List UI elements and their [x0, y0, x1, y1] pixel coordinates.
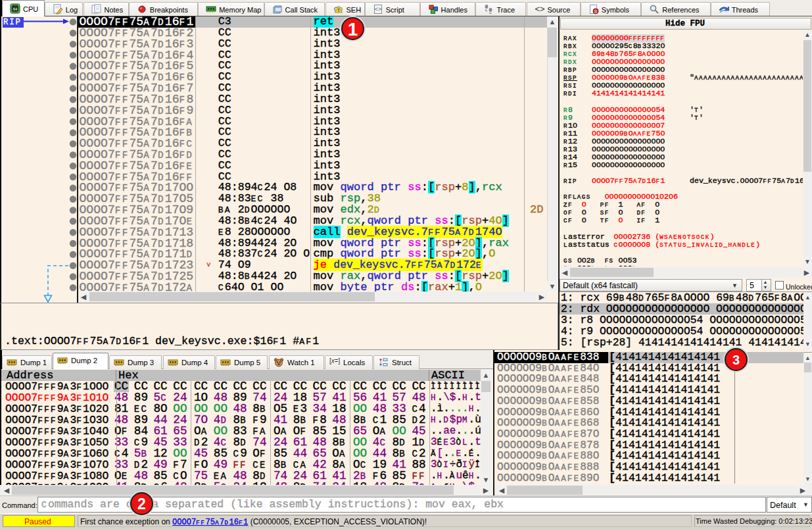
svg-text:<>: <> [374, 7, 381, 13]
svg-text:!: ! [337, 7, 339, 13]
svg-text:S: S [594, 9, 597, 14]
svg-text:˂˃: ˂˃ [535, 4, 544, 14]
